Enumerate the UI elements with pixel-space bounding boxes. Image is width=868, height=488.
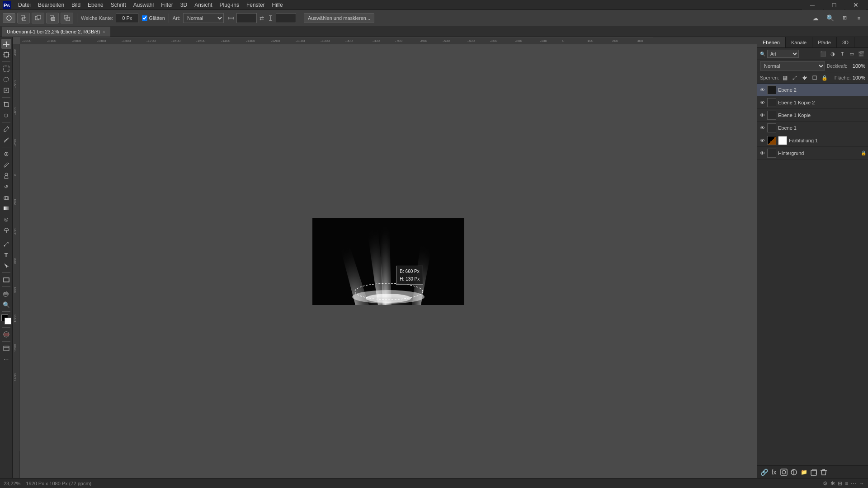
intersect-mode-icon[interactable] xyxy=(46,13,59,23)
layer-visibility-toggle[interactable]: 👁 xyxy=(759,150,765,156)
layer-type-dropdown[interactable]: Art xyxy=(767,50,799,58)
layout-btn[interactable]: ⊞ xyxy=(838,13,851,23)
eyedropper-tool[interactable] xyxy=(1,124,11,134)
search-icon[interactable]: 🔍 xyxy=(824,13,836,23)
menu-bild[interactable]: Bild xyxy=(68,1,84,9)
history-brush-tool[interactable]: ↺ xyxy=(1,182,11,192)
hand-tool[interactable] xyxy=(1,289,11,299)
brush-tool[interactable] xyxy=(1,160,11,170)
lock-all-btn[interactable]: 🔒 xyxy=(821,74,829,82)
weiche-kante-input[interactable] xyxy=(116,13,138,23)
layer-visibility-toggle[interactable]: 👁 xyxy=(759,137,765,144)
spot-heal-tool[interactable] xyxy=(1,149,11,159)
menu-bearbeiten[interactable]: Bearbeiten xyxy=(34,1,68,9)
window-close[interactable]: ✕ xyxy=(845,0,866,10)
status-bar-icon-4[interactable]: ≡ xyxy=(845,480,848,487)
panel-tab-3d[interactable]: 3D xyxy=(837,37,854,47)
perspective-crop-tool[interactable]: ⬡ xyxy=(1,110,11,120)
ruler-measure-tool[interactable] xyxy=(1,135,11,145)
add-style-btn[interactable]: fx xyxy=(770,468,778,476)
delete-layer-btn[interactable] xyxy=(820,468,828,476)
menu-hilfe[interactable]: Hilfe xyxy=(269,1,287,9)
layer-item[interactable]: 👁 Ebene 2 xyxy=(757,84,868,96)
window-minimize[interactable]: ─ xyxy=(802,0,823,10)
height-input[interactable] xyxy=(276,13,296,23)
glaetten-checkbox[interactable]: Glätten xyxy=(142,15,165,21)
width-input[interactable] xyxy=(236,13,257,23)
ellipse-tool-icon[interactable] xyxy=(3,13,15,23)
layer-filter-pixel[interactable]: ⬛ xyxy=(819,50,827,58)
lock-brush-btn[interactable] xyxy=(791,74,799,82)
stamp-tool[interactable] xyxy=(1,171,11,181)
layer-item[interactable]: 👁 Ebene 1 xyxy=(757,122,868,134)
layer-item[interactable]: 👁 Farbfüllung 1 xyxy=(757,134,868,147)
add-mode-icon[interactable] xyxy=(17,13,30,23)
create-group-btn[interactable]: 📁 xyxy=(800,468,808,476)
document-tab[interactable]: Unbenannt-1 bei 23,2% (Ebene 2, RGB/8) × xyxy=(2,27,110,37)
menu-fenster[interactable]: Fenster xyxy=(243,1,269,9)
menu-ansicht[interactable]: Ansicht xyxy=(191,1,216,9)
panel-tab-kanaele[interactable]: Kanäle xyxy=(786,37,812,47)
tab-close-btn[interactable]: × xyxy=(103,29,105,34)
menu-ebene[interactable]: Ebene xyxy=(84,1,107,9)
zoom-tool[interactable]: 🔍 xyxy=(1,300,11,310)
layer-visibility-toggle[interactable]: 👁 xyxy=(759,112,765,118)
art-dropdown[interactable]: Normal Fixiert Proportional xyxy=(183,13,224,23)
lasso-tool[interactable] xyxy=(1,75,11,84)
add-mask-btn[interactable] xyxy=(780,468,788,476)
link-layers-btn[interactable]: 🔗 xyxy=(760,468,768,476)
lock-artboard-btn[interactable] xyxy=(811,74,819,82)
lock-move-btn[interactable] xyxy=(801,74,809,82)
subtract-mode-icon[interactable] xyxy=(32,13,44,23)
status-bar-icon-3[interactable]: ⊞ xyxy=(838,480,842,487)
artboard-tool[interactable] xyxy=(1,50,11,60)
status-bar-icon-2[interactable]: ✱ xyxy=(830,480,835,487)
blend-mode-dropdown[interactable]: Normal Multiplizieren Abblenden Aufhelle… xyxy=(760,61,825,70)
panel-tab-pfade[interactable]: Pfade xyxy=(812,37,837,47)
cloud-icon[interactable]: ☁ xyxy=(809,13,822,23)
menu-datei[interactable]: Datei xyxy=(14,1,34,9)
screen-mode-btn[interactable] xyxy=(1,343,11,353)
object-select-tool[interactable] xyxy=(1,85,11,95)
menu-filter[interactable]: Filter xyxy=(157,1,177,9)
layer-visibility-toggle[interactable]: 👁 xyxy=(759,99,765,106)
layer-item[interactable]: 👁 Ebene 1 Kopie xyxy=(757,109,868,122)
canvas-viewport[interactable]: B: 660 Px H: 130 Px xyxy=(20,44,757,478)
layer-visibility-toggle[interactable]: 👁 xyxy=(759,87,765,93)
new-layer-btn[interactable] xyxy=(810,468,818,476)
status-bar-icon-5[interactable]: ⋯ xyxy=(851,480,856,487)
menu-schrift[interactable]: Schrift xyxy=(107,1,130,9)
crop-tool[interactable] xyxy=(1,99,11,109)
rectangle-select-tool[interactable] xyxy=(1,64,11,74)
eraser-tool[interactable] xyxy=(1,192,11,202)
menu-plugins[interactable]: Plug-ins xyxy=(216,1,243,9)
select-and-mask-button[interactable]: Auswählen und maskieren... xyxy=(304,13,374,23)
pen-tool[interactable] xyxy=(1,239,11,249)
layer-item[interactable]: 👁 Hintergrund 🔒 xyxy=(757,147,868,160)
layer-filter-text[interactable]: T xyxy=(838,50,846,58)
status-bar-icon-1[interactable]: ⚙ xyxy=(823,480,828,487)
layer-item[interactable]: 👁 Ebene 1 Kopie 2 xyxy=(757,96,868,109)
gradient-tool[interactable] xyxy=(1,203,11,213)
path-select-tool[interactable] xyxy=(1,261,11,271)
more-tools-btn[interactable]: ··· xyxy=(1,354,11,364)
exclude-mode-icon[interactable] xyxy=(61,13,73,23)
status-bar-icon-6[interactable]: → xyxy=(859,480,864,487)
layer-visibility-toggle[interactable]: 👁 xyxy=(759,125,765,131)
foreground-color[interactable] xyxy=(1,314,11,324)
window-maximize[interactable]: □ xyxy=(824,0,844,10)
panel-tab-ebenen[interactable]: Ebenen xyxy=(757,37,786,47)
layer-filter-adjust[interactable]: ◑ xyxy=(829,50,837,58)
rectangle-shape-tool[interactable] xyxy=(1,275,11,285)
menu-auswahl[interactable]: Auswahl xyxy=(130,1,157,9)
add-adjustment-btn[interactable] xyxy=(790,468,798,476)
swap-icon[interactable]: ⇄ xyxy=(259,15,265,21)
lock-transparency-btn[interactable]: ▩ xyxy=(781,74,789,82)
settings-btn[interactable]: ≡ xyxy=(853,13,865,23)
layer-filter-shape[interactable]: ▭ xyxy=(848,50,856,58)
layer-filter-smart[interactable]: 🎬 xyxy=(857,50,865,58)
menu-3d[interactable]: 3D xyxy=(177,1,191,9)
quick-mask-btn[interactable] xyxy=(1,329,11,339)
move-tool[interactable] xyxy=(1,39,11,49)
text-tool[interactable]: T xyxy=(1,250,11,260)
